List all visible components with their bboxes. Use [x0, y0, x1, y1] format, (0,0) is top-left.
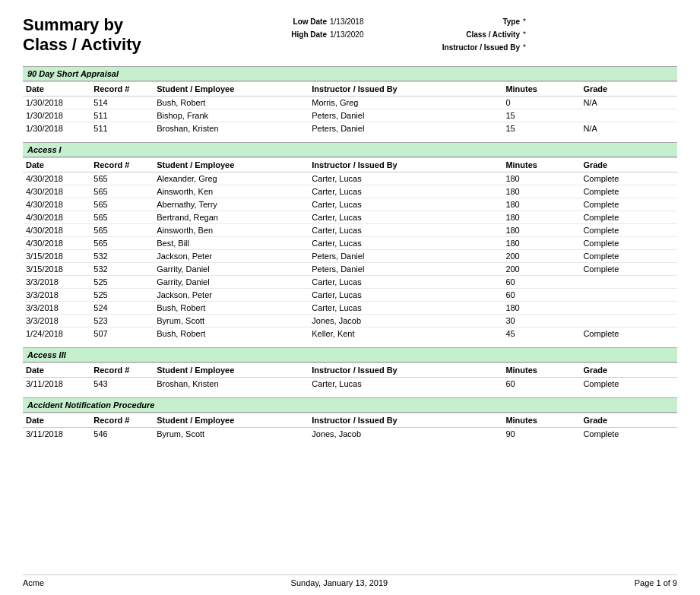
- cell-2-5: Complete: [580, 198, 677, 210]
- cell-0-2: Bush, Robert: [154, 96, 309, 109]
- cell-10-0: 3/3/2018: [23, 301, 90, 314]
- cell-0-3: Carter, Lucas: [309, 172, 502, 185]
- instructor-row: Instructor / Issued By *: [429, 41, 546, 54]
- cell-1-1: 511: [90, 109, 154, 122]
- table-3: DateRecord #Student / EmployeeInstructor…: [23, 413, 677, 440]
- cell-4-3: Carter, Lucas: [309, 223, 502, 236]
- col-header-3: Instructor / Issued By: [309, 157, 502, 172]
- high-date-label: High Date: [281, 28, 327, 41]
- section-1: Access IDateRecord #Student / EmployeeIn…: [23, 142, 677, 340]
- cell-0-3: Carter, Lucas: [309, 377, 502, 390]
- cell-0-3: Jones, Jacob: [309, 427, 502, 440]
- cell-2-0: 4/30/2018: [23, 198, 90, 210]
- cell-0-2: Alexander, Greg: [154, 172, 309, 185]
- col-header-4: Minutes: [502, 81, 580, 96]
- section-title-1: Access I: [23, 142, 677, 157]
- class-value: *: [523, 28, 546, 41]
- cell-0-4: 180: [502, 172, 580, 185]
- col-header-1: Record #: [90, 157, 154, 172]
- cell-12-4: 45: [502, 327, 580, 340]
- cell-12-5: Complete: [580, 327, 677, 340]
- cell-2-4: 15: [502, 122, 580, 135]
- cell-7-3: Peters, Daniel: [309, 262, 502, 275]
- cell-7-1: 532: [90, 262, 154, 275]
- table-1: DateRecord #Student / EmployeeInstructor…: [23, 157, 677, 340]
- col-header-1: Record #: [90, 81, 154, 96]
- table-row: 3/15/2018532Jackson, PeterPeters, Daniel…: [23, 249, 677, 262]
- cell-5-5: Complete: [580, 236, 677, 249]
- table-row: 3/11/2018543Broshan, KristenCarter, Luca…: [23, 377, 677, 390]
- cell-0-5: Complete: [580, 377, 677, 390]
- cell-1-0: 4/30/2018: [23, 185, 90, 198]
- cell-2-2: Abernathy, Terry: [154, 198, 309, 210]
- cell-12-2: Bush, Robert: [154, 327, 309, 340]
- cell-1-5: [580, 109, 677, 122]
- cell-9-5: [580, 288, 677, 301]
- cell-12-3: Keller, Kent: [309, 327, 502, 340]
- section-0: 90 Day Short AppraisalDateRecord #Studen…: [23, 66, 677, 135]
- cell-5-4: 180: [502, 236, 580, 249]
- cell-3-4: 180: [502, 210, 580, 223]
- cell-0-0: 3/11/2018: [23, 427, 90, 440]
- cell-5-1: 565: [90, 236, 154, 249]
- cell-0-1: 543: [90, 377, 154, 390]
- instructor-value: *: [523, 41, 546, 54]
- footer-company: Acme: [23, 578, 44, 587]
- cell-8-1: 525: [90, 275, 154, 288]
- cell-0-5: N/A: [580, 96, 677, 109]
- cell-8-0: 3/3/2018: [23, 275, 90, 288]
- high-date-value: 1/13/2020: [330, 28, 383, 41]
- table-row: 3/3/2018525Jackson, PeterCarter, Lucas60: [23, 288, 677, 301]
- cell-0-2: Byrum, Scott: [154, 427, 309, 440]
- cell-1-4: 180: [502, 185, 580, 198]
- type-value: *: [523, 15, 546, 28]
- col-header-0: Date: [23, 362, 90, 377]
- cell-6-0: 3/15/2018: [23, 249, 90, 262]
- cell-3-3: Carter, Lucas: [309, 210, 502, 223]
- cell-12-0: 1/24/2018: [23, 327, 90, 340]
- table-row: 4/30/2018565Ainsworth, BenCarter, Lucas1…: [23, 223, 677, 236]
- cell-2-1: 511: [90, 122, 154, 135]
- class-label: Class / Activity: [429, 28, 520, 41]
- cell-4-2: Ainsworth, Ben: [154, 223, 309, 236]
- cell-10-2: Bush, Robert: [154, 301, 309, 314]
- cell-9-0: 3/3/2018: [23, 288, 90, 301]
- cell-7-4: 200: [502, 262, 580, 275]
- col-header-4: Minutes: [502, 413, 580, 427]
- cell-1-0: 1/30/2018: [23, 109, 90, 122]
- cell-0-0: 1/30/2018: [23, 96, 90, 109]
- cell-6-5: Complete: [580, 249, 677, 262]
- report-footer: Acme Sunday, January 13, 2019 Page 1 of …: [23, 574, 677, 587]
- cell-2-4: 180: [502, 198, 580, 210]
- col-header-2: Student / Employee: [154, 81, 309, 96]
- cell-4-1: 565: [90, 223, 154, 236]
- footer-page: Page 1 of 9: [635, 578, 677, 587]
- filter-types: Type * Class / Activity * Instructor / I…: [429, 15, 546, 54]
- col-header-1: Record #: [90, 362, 154, 377]
- cell-0-4: 90: [502, 427, 580, 440]
- cell-2-0: 1/30/2018: [23, 122, 90, 135]
- cell-6-2: Jackson, Peter: [154, 249, 309, 262]
- table-row: 1/30/2018511Broshan, KristenPeters, Dani…: [23, 122, 677, 135]
- cell-7-2: Garrity, Daniel: [154, 262, 309, 275]
- cell-0-5: Complete: [580, 427, 677, 440]
- cell-7-5: Complete: [580, 262, 677, 275]
- table-row: 4/30/2018565Ainsworth, KenCarter, Lucas1…: [23, 185, 677, 198]
- col-header-3: Instructor / Issued By: [309, 362, 502, 377]
- cell-4-5: Complete: [580, 223, 677, 236]
- cell-0-4: 0: [502, 96, 580, 109]
- class-row: Class / Activity *: [429, 28, 546, 41]
- report-page: Summary by Class / Activity Low Date 1/1…: [0, 0, 700, 595]
- cell-6-4: 200: [502, 249, 580, 262]
- low-date-row: Low Date 1/13/2018: [281, 15, 383, 28]
- title-line2: Class / Activity: [23, 35, 220, 55]
- cell-5-3: Carter, Lucas: [309, 236, 502, 249]
- cell-3-2: Bertrand, Regan: [154, 210, 309, 223]
- section-3: Accident Notification ProcedureDateRecor…: [23, 397, 677, 440]
- section-title-3: Accident Notification Procedure: [23, 397, 677, 413]
- cell-2-2: Broshan, Kristen: [154, 122, 309, 135]
- col-header-1: Record #: [90, 413, 154, 427]
- cell-11-1: 523: [90, 314, 154, 327]
- cell-2-1: 565: [90, 198, 154, 210]
- cell-0-1: 546: [90, 427, 154, 440]
